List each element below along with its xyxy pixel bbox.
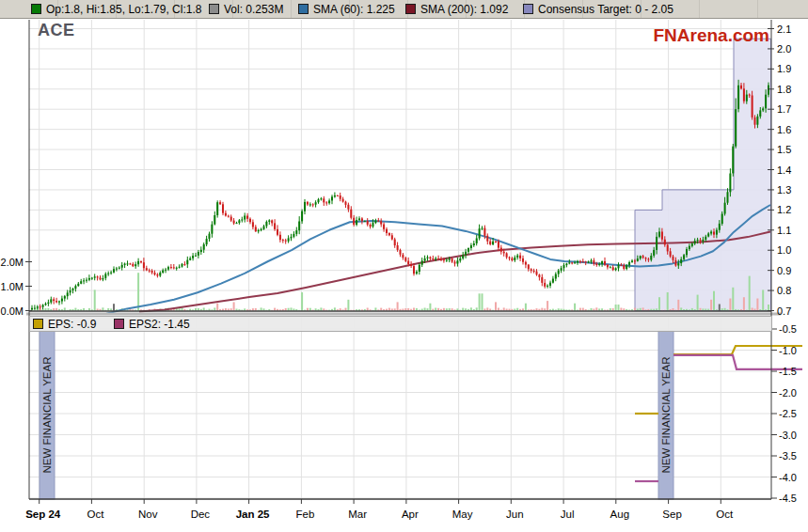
brand-logo[interactable]: FNArena.com — [653, 25, 769, 46]
eps-axis-label: -2.5 — [779, 408, 797, 419]
month-label: Sep 24 — [25, 509, 61, 520]
consensus-target-legend-label: Consensus Target: 0 - 2.05 — [538, 3, 673, 16]
month-label: Jul — [561, 509, 575, 520]
eps-swatch-icon — [33, 319, 43, 329]
sma60-legend-label: SMA (60): 1.225 — [313, 3, 395, 16]
price-axis-label: 1.0 — [777, 244, 791, 256]
month-label: Mar — [348, 509, 367, 520]
eps-axis-label: -3.5 — [779, 450, 797, 462]
month-label: Nov — [138, 509, 158, 520]
month-label: Oct — [716, 509, 734, 520]
consensus-target-swatch-icon — [523, 4, 533, 14]
price-axis-label: 0.7 — [777, 305, 791, 317]
eps-axis-label: -1.0 — [779, 345, 797, 356]
price-axis-label: 1.3 — [777, 184, 791, 196]
sma200-legend-label: SMA (200): 1.092 — [420, 3, 508, 16]
sma200-swatch-icon — [405, 4, 416, 14]
month-label: Jan 25 — [236, 509, 270, 520]
month-label: May — [452, 509, 473, 520]
price-axis-label: 1.5 — [777, 144, 791, 155]
volume-swatch-icon — [209, 4, 219, 14]
ohlc-legend-label: Op:1.8, Hi:1.85, Lo:1.79, Cl:1.8 — [46, 3, 201, 16]
month-label: Feb — [295, 509, 314, 520]
eps-legend-bar: EPS: -0.9 EPS2: -1.45 — [29, 316, 772, 332]
price-axis-label: 0.8 — [777, 285, 791, 296]
legend-item-sma200: SMA (200): 1.092 — [405, 3, 523, 16]
volume-axis-label: 0.0M — [1, 305, 24, 317]
price-legend-bar: Op:1.8, Hi:1.85, Lo:1.79, Cl:1.8 Vol: 0.… — [0, 0, 808, 19]
price-axis-label: 1.2 — [777, 204, 791, 215]
month-label: Jun — [506, 509, 524, 520]
eps-axis-label: -4.0 — [779, 472, 797, 483]
chart-canvas: NEW FINANCIAL YEARNEW FINANCIAL YEAR0.70… — [0, 0, 808, 532]
new-financial-year-label: NEW FINANCIAL YEAR — [660, 357, 672, 474]
volume-axis-label: 1.0M — [1, 281, 24, 292]
price-axis-label: 1.9 — [777, 63, 791, 74]
eps-axis-label: -0.5 — [779, 323, 797, 335]
eps2-swatch-icon — [114, 319, 124, 329]
price-axis-label: 1.7 — [777, 103, 791, 115]
consensus-target-area — [635, 39, 771, 310]
legend-item-eps: EPS: -0.9 — [33, 318, 114, 331]
price-axis-label: 2.1 — [777, 23, 791, 35]
eps-axis-label: -1.5 — [779, 366, 797, 377]
eps-axis-label: -4.5 — [779, 493, 797, 504]
price-axis-label: 1.6 — [777, 124, 791, 135]
eps-axis-label: -2.0 — [779, 387, 797, 399]
legend-item-sma60: SMA (60): 1.225 — [298, 3, 405, 16]
volume-legend-label: Vol: 0.253M — [224, 3, 283, 16]
legend-item-ohlc: Op:1.8, Hi:1.85, Lo:1.79, Cl:1.8 — [31, 3, 209, 16]
eps-legend-label: EPS: -0.9 — [48, 318, 96, 331]
month-label: Apr — [402, 509, 419, 520]
price-axis-label: 0.9 — [777, 265, 791, 276]
month-label: Oct — [87, 509, 104, 520]
volume-axis-label: 2.0M — [1, 257, 24, 268]
ticker-symbol: ACE — [38, 21, 75, 40]
sma60-swatch-icon — [298, 4, 309, 14]
price-axis-label: 2.0 — [777, 43, 791, 55]
stock-chart-window: NEW FINANCIAL YEARNEW FINANCIAL YEAR0.70… — [0, 0, 808, 532]
price-axis-label: 1.4 — [777, 164, 791, 176]
financial-year-bands: NEW FINANCIAL YEARNEW FINANCIAL YEAR — [40, 331, 673, 499]
price-axis-label: 1.8 — [777, 84, 791, 95]
month-label: Aug — [610, 509, 629, 520]
ohlc-swatch-icon — [31, 4, 41, 14]
new-financial-year-label: NEW FINANCIAL YEAR — [41, 357, 53, 474]
price-axis-label: 1.1 — [777, 225, 791, 236]
month-label: Dec — [191, 509, 211, 520]
month-label: Sep — [662, 509, 681, 520]
legend-item-volume: Vol: 0.253M — [209, 3, 298, 16]
legend-item-consensus-target: Consensus Target: 0 - 2.05 — [523, 3, 673, 16]
legend-item-eps2: EPS2: -1.45 — [114, 318, 190, 331]
eps2-legend-label: EPS2: -1.45 — [129, 318, 190, 331]
eps-axis-label: -3.0 — [779, 430, 797, 441]
consensus-target-band — [635, 39, 771, 310]
